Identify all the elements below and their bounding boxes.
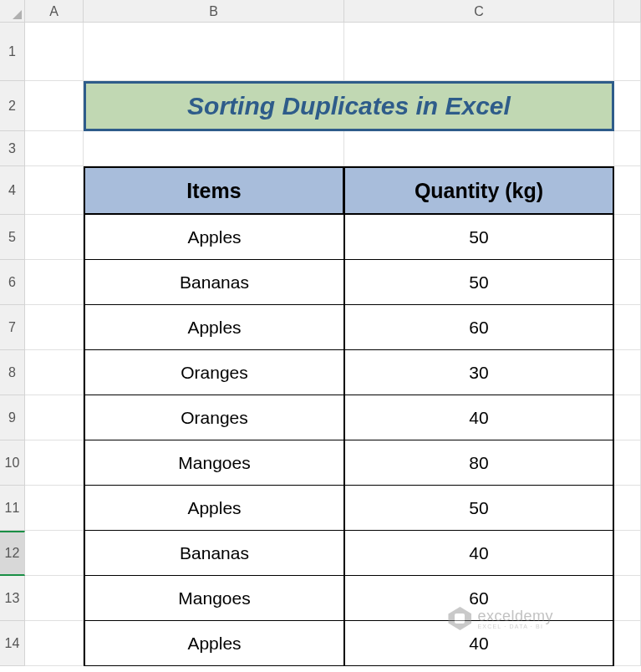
cell-qty-10[interactable]: 80	[344, 440, 614, 486]
cell-A9[interactable]	[25, 395, 84, 440]
cell-item-7[interactable]: Apples	[84, 305, 344, 350]
row-8: 8Oranges30	[0, 350, 641, 395]
row-header-13[interactable]: 13	[0, 576, 25, 621]
cell-A4[interactable]	[25, 166, 84, 215]
cell-A7[interactable]	[25, 305, 84, 350]
cell-item-6[interactable]: Bananas	[84, 260, 344, 305]
row-7: 7Apples60	[0, 305, 641, 350]
cell-item-8[interactable]: Oranges	[84, 350, 344, 395]
cell-A1[interactable]	[25, 23, 84, 81]
col-header-C[interactable]: C	[344, 0, 614, 23]
cell-item-5[interactable]: Apples	[84, 215, 344, 260]
table-header-items[interactable]: Items	[84, 166, 344, 215]
cell-qty-9[interactable]: 40	[344, 395, 614, 440]
row-header-3[interactable]: 3	[0, 131, 25, 166]
col-header-A[interactable]: A	[25, 0, 84, 23]
row-header-12[interactable]: 12	[0, 531, 25, 576]
cell-A12[interactable]	[25, 531, 84, 576]
cell-D4[interactable]	[614, 166, 641, 215]
cell-D5[interactable]	[614, 215, 641, 260]
cell-A10[interactable]	[25, 440, 84, 486]
cell-qty-7[interactable]: 60	[344, 305, 614, 350]
cell-D13[interactable]	[614, 576, 641, 621]
row-9: 9Oranges40	[0, 395, 641, 440]
cell-item-11[interactable]: Apples	[84, 486, 344, 531]
cell-A3[interactable]	[25, 131, 84, 166]
cell-qty-6[interactable]: 50	[344, 260, 614, 305]
row-2: 2 Sorting Duplicates in Excel	[0, 81, 641, 131]
cell-D14[interactable]	[614, 621, 641, 666]
watermark: exceldemy EXCEL · DATA · BI	[448, 607, 553, 630]
row-6: 6Bananas50	[0, 260, 641, 305]
row-5: 5Apples50	[0, 215, 641, 260]
row-12: 12Bananas40	[0, 531, 641, 576]
cell-D10[interactable]	[614, 440, 641, 486]
col-header-D[interactable]	[614, 0, 641, 23]
cell-A6[interactable]	[25, 260, 84, 305]
select-all-button[interactable]	[0, 0, 25, 23]
cell-D9[interactable]	[614, 395, 641, 440]
row-11: 11Apples50	[0, 486, 641, 531]
cell-item-12[interactable]: Bananas	[84, 531, 344, 576]
row-4: 4 Items Quantity (kg)	[0, 166, 641, 215]
cell-A11[interactable]	[25, 486, 84, 531]
row-header-4[interactable]: 4	[0, 166, 25, 215]
col-header-B[interactable]: B	[84, 0, 344, 23]
cell-B1[interactable]	[84, 23, 344, 81]
table-header-quantity[interactable]: Quantity (kg)	[344, 166, 614, 215]
cell-item-13[interactable]: Mangoes	[84, 576, 344, 621]
row-header-2[interactable]: 2	[0, 81, 25, 131]
column-header-row: A B C	[0, 0, 641, 23]
cell-D3[interactable]	[614, 131, 641, 166]
row-10: 10Mangoes80	[0, 440, 641, 486]
cell-D2[interactable]	[614, 81, 641, 131]
cell-D1[interactable]	[614, 23, 641, 81]
cell-D8[interactable]	[614, 350, 641, 395]
cell-C1[interactable]	[344, 23, 614, 81]
cell-qty-12[interactable]: 40	[344, 531, 614, 576]
cell-A2[interactable]	[25, 81, 84, 131]
cell-item-14[interactable]: Apples	[84, 621, 344, 666]
cell-A14[interactable]	[25, 621, 84, 666]
cell-D6[interactable]	[614, 260, 641, 305]
cell-qty-11[interactable]: 50	[344, 486, 614, 531]
row-header-10[interactable]: 10	[0, 440, 25, 486]
watermark-text: exceldemy EXCEL · DATA · BI	[477, 608, 553, 629]
cell-C3[interactable]	[344, 131, 614, 166]
cell-A13[interactable]	[25, 576, 84, 621]
row-header-9[interactable]: 9	[0, 395, 25, 440]
watermark-icon	[448, 607, 471, 630]
cell-item-10[interactable]: Mangoes	[84, 440, 344, 486]
cell-A5[interactable]	[25, 215, 84, 260]
row-1: 1	[0, 23, 641, 81]
row-header-14[interactable]: 14	[0, 621, 25, 666]
cell-qty-5[interactable]: 50	[344, 215, 614, 260]
cell-B3[interactable]	[84, 131, 344, 166]
row-header-6[interactable]: 6	[0, 260, 25, 305]
cell-D7[interactable]	[614, 305, 641, 350]
row-3: 3	[0, 131, 641, 166]
row-header-5[interactable]: 5	[0, 215, 25, 260]
row-header-11[interactable]: 11	[0, 486, 25, 531]
title-cell[interactable]: Sorting Duplicates in Excel	[84, 81, 614, 131]
row-header-7[interactable]: 7	[0, 305, 25, 350]
cell-qty-8[interactable]: 30	[344, 350, 614, 395]
cell-D11[interactable]	[614, 486, 641, 531]
row-header-8[interactable]: 8	[0, 350, 25, 395]
cell-D12[interactable]	[614, 531, 641, 576]
row-header-1[interactable]: 1	[0, 23, 25, 81]
cell-item-9[interactable]: Oranges	[84, 395, 344, 440]
cell-A8[interactable]	[25, 350, 84, 395]
spreadsheet-grid: A B C 1 2 Sorting Duplicates in Excel 3 …	[0, 0, 641, 666]
